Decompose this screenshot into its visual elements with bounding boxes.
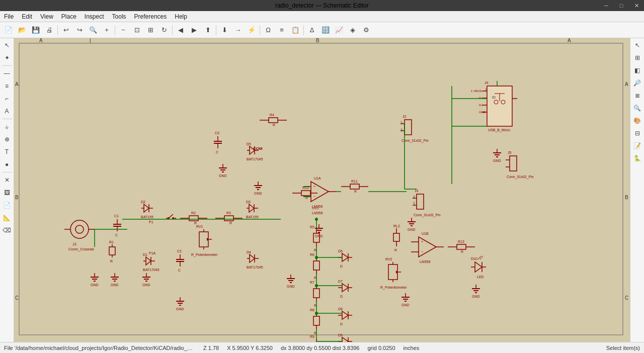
toolbar-zoom-sel-button[interactable]: ⊞	[144, 24, 157, 37]
left-toolbar-bus-button[interactable]: ≡	[1, 80, 13, 92]
svg-text:Conn_01x02_Pin: Conn_01x02_Pin	[401, 139, 429, 143]
svg-text:LED: LED	[477, 275, 484, 279]
toolbar-redo-button[interactable]: ↪	[73, 24, 86, 37]
toolbar-new-button[interactable]: 📄	[2, 24, 15, 37]
toolbar-script-button[interactable]: ⚙	[360, 24, 373, 37]
svg-text:J4: J4	[485, 81, 489, 84]
main-area: ↖✦—≡⌐A⏚⊕T●✕🖼📄📐⌫ A | B A A B C A B C	[0, 38, 644, 342]
svg-text:R11: R11	[351, 180, 358, 183]
right-toolbar-layers-button[interactable]: ◧	[631, 64, 643, 76]
toolbar-update-button[interactable]: ↻	[157, 24, 171, 37]
left-toolbar-net-label-button[interactable]: A	[1, 105, 13, 117]
svg-text:BAT17045: BAT17045	[143, 268, 159, 272]
left-toolbar-select-button[interactable]: ↖	[1, 39, 13, 51]
svg-text:R: R	[194, 221, 197, 225]
menu-item-file[interactable]: File	[0, 11, 18, 22]
menu-item-inspect[interactable]: Inspect	[80, 11, 108, 22]
menu-item-preferences[interactable]: Preferences	[130, 11, 171, 22]
svg-text:D+: D+	[479, 104, 483, 107]
svg-text:R: R	[461, 250, 463, 253]
toolbar-sym-lib-button[interactable]: Ω	[262, 24, 275, 37]
toolbar-hier-nav2-button[interactable]: ⬇	[218, 24, 231, 37]
svg-text:+: +	[313, 185, 315, 188]
left-toolbar-image-button[interactable]: 🖼	[1, 187, 13, 199]
toolbar-ann-button[interactable]: 🔠	[319, 24, 332, 37]
left-toolbar-highlight-button[interactable]: ✦	[1, 52, 13, 64]
left-toolbar-text-button[interactable]: T	[1, 146, 13, 158]
toolbar-open-button[interactable]: 📂	[16, 24, 29, 37]
toolbar-back-button[interactable]: ◀	[174, 24, 187, 37]
svg-text:U1C: U1C	[312, 206, 319, 210]
toolbar-zoom-fit-button[interactable]: ⊡	[130, 24, 143, 37]
svg-text:LM358: LM358	[420, 260, 431, 263]
svg-text:A: A	[15, 81, 19, 87]
svg-text:D2: D2	[141, 200, 145, 204]
svg-text:2: 2	[413, 195, 415, 199]
status-path: File '/data/home/michael/cloud_projects/…	[4, 345, 195, 351]
svg-text:J5: J5	[508, 151, 512, 154]
toolbar-erc-button[interactable]: ⚡	[245, 24, 258, 37]
toolbar-forward-button[interactable]: ▶	[188, 24, 201, 37]
toolbar-separator	[216, 25, 216, 35]
right-toolbar-grid-button[interactable]: ⊞	[631, 52, 643, 64]
svg-text:C: C	[115, 233, 118, 237]
maximize-button[interactable]: □	[614, 0, 629, 11]
svg-text:P1A: P1A	[149, 251, 156, 255]
toolbar-save-button[interactable]: 💾	[29, 24, 42, 37]
left-toolbar-delete-button[interactable]: ⌫	[1, 224, 13, 236]
toolbar-3d-button[interactable]: ◈	[346, 24, 359, 37]
menu-item-view[interactable]: View	[36, 11, 57, 22]
svg-text:D-: D-	[479, 97, 482, 100]
menu-item-edit[interactable]: Edit	[18, 11, 36, 22]
left-toolbar-power-button[interactable]: ⏚	[1, 121, 13, 133]
toolbar-zoom-in-button[interactable]: +	[100, 24, 113, 37]
left-toolbar: ↖✦—≡⌐A⏚⊕T●✕🖼📄📐⌫	[0, 38, 14, 342]
right-toolbar-appearance-button[interactable]: 🎨	[631, 115, 643, 127]
left-toolbar-junction-button[interactable]: ●	[1, 158, 13, 170]
left-toolbar-wire-button[interactable]: —	[1, 67, 13, 79]
toolbar-sim-button[interactable]: 📈	[333, 24, 346, 37]
toolbar-hier-nav-button[interactable]: ⬆	[201, 24, 214, 37]
toolbar-bom-button[interactable]: 📋	[289, 24, 302, 37]
minimize-button[interactable]: ─	[599, 0, 614, 11]
toolbar-zoom-out-button[interactable]: −	[117, 24, 130, 37]
left-toolbar-bus-wire-button[interactable]: ⌐	[1, 93, 13, 105]
toolbar-separator	[57, 25, 58, 35]
toolbar-separator	[303, 25, 304, 35]
right-toolbar-search-button[interactable]: 🔍	[631, 102, 643, 114]
menu-item-place[interactable]: Place	[57, 11, 80, 22]
right-toolbar-python-button[interactable]: 🐍	[631, 152, 643, 164]
svg-text:Conn_Coaxial: Conn_Coaxial	[68, 247, 94, 251]
svg-text:J3: J3	[415, 189, 419, 193]
close-button[interactable]: ✕	[629, 0, 644, 11]
svg-text:D9: D9	[338, 333, 343, 337]
left-toolbar-separator	[2, 65, 12, 66]
menu-item-help[interactable]: Help	[171, 11, 191, 22]
right-toolbar-notes-button[interactable]: 📝	[631, 140, 643, 152]
toolbar-undo-button[interactable]: ↩	[59, 24, 72, 37]
left-toolbar-ruler-button[interactable]: 📐	[1, 212, 13, 224]
toolbar-netlist-button[interactable]: ≡	[275, 24, 288, 37]
svg-text:B: B	[15, 195, 19, 200]
menu-item-tools[interactable]: Tools	[108, 11, 130, 22]
right-toolbar-net-inspector-button[interactable]: 🔎	[631, 77, 643, 89]
menubar: FileEditViewPlaceInspectToolsPreferences…	[0, 11, 644, 22]
left-toolbar-sheet-button[interactable]: 📄	[1, 199, 13, 211]
svg-text:LM358: LM358	[312, 211, 323, 215]
right-toolbar-select-filter-button[interactable]: ⊟	[631, 127, 643, 139]
svg-text:COM: COM	[253, 146, 263, 151]
left-toolbar-no-conn-button[interactable]: ✕	[1, 174, 13, 186]
toolbar-net-nav-button[interactable]: →	[231, 24, 245, 37]
svg-text:Conn_01x02_Pin: Conn_01x02_Pin	[414, 213, 441, 217]
right-toolbar-properties-button[interactable]: ≣	[631, 90, 643, 102]
svg-text:C: C	[216, 150, 218, 154]
left-toolbar-sym-add-button[interactable]: ⊕	[1, 133, 13, 145]
right-toolbar-cursor-button[interactable]: ↖	[631, 39, 643, 51]
toolbar-print-button[interactable]: 🖨	[43, 24, 56, 37]
toolbar-sym-diff-button[interactable]: Δ	[305, 24, 318, 37]
schematic-canvas[interactable]: A | B A A B C A B C J1 Conn_Coaxial	[14, 38, 630, 342]
svg-text:R3: R3	[226, 211, 231, 215]
svg-text:D1: D1	[143, 253, 147, 256]
svg-text:B: B	[316, 38, 319, 43]
toolbar-find-button[interactable]: 🔍	[87, 24, 100, 37]
